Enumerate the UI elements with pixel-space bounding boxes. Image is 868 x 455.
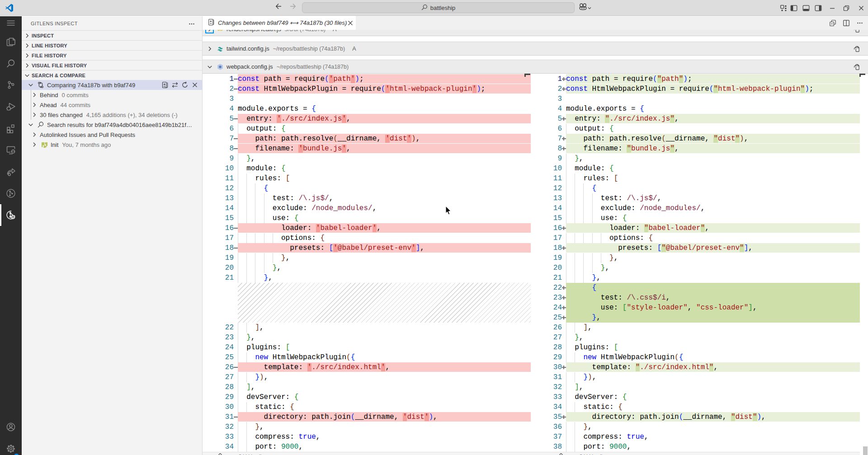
- line-number[interactable]: 34: [531, 402, 562, 412]
- command-center-search[interactable]: battleship: [302, 2, 575, 13]
- line-number[interactable]: 21: [531, 273, 562, 283]
- line-number[interactable]: 12: [531, 183, 562, 193]
- line-number[interactable]: 11: [531, 174, 562, 183]
- line-number[interactable]: 24: [203, 342, 234, 352]
- code-line[interactable]: },: [238, 273, 531, 283]
- line-number[interactable]: 5: [203, 114, 234, 124]
- line-number[interactable]: 12: [203, 183, 234, 193]
- line-number[interactable]: 34: [203, 442, 234, 452]
- code-line[interactable]: ],: [566, 323, 860, 333]
- line-number[interactable]: 3: [203, 94, 234, 104]
- toggle-secondary-sidebar-icon[interactable]: [812, 0, 825, 16]
- activity-live-share-icon[interactable]: [0, 161, 22, 183]
- nav-back-icon[interactable]: [275, 3, 285, 13]
- section-visual-file-history[interactable]: VISUAL FILE HISTORY: [22, 60, 202, 70]
- code-line[interactable]: rules: [: [238, 174, 531, 183]
- line-number[interactable]: 24: [531, 303, 562, 313]
- code-line[interactable]: compress: true,: [566, 432, 860, 442]
- code-line[interactable]: },: [566, 154, 860, 164]
- collapse-all-icon[interactable]: [828, 19, 837, 28]
- activity-gitlens-inspect-icon[interactable]: [0, 204, 22, 226]
- line-number[interactable]: 6: [203, 124, 234, 134]
- code-line[interactable]: },: [566, 333, 860, 342]
- code-line[interactable]: new HtmlWebpackPlugin({: [566, 352, 860, 362]
- line-number[interactable]: 28: [203, 382, 234, 392]
- activity-run-debug-icon[interactable]: [0, 96, 22, 117]
- line-number[interactable]: 3: [531, 94, 562, 104]
- code-line[interactable]: port: 9000,: [238, 442, 531, 452]
- line-number[interactable]: 9: [203, 154, 234, 164]
- code-line[interactable]: template: "./src/index.html",: [566, 362, 860, 372]
- code-line[interactable]: entry: './src/index.js',: [238, 114, 531, 124]
- line-number[interactable]: 9: [531, 154, 562, 164]
- code-line[interactable]: ],: [238, 323, 531, 333]
- line-number[interactable]: 4: [203, 104, 234, 114]
- line-number[interactable]: 10: [531, 164, 562, 174]
- code-line[interactable]: },: [238, 154, 531, 164]
- code-line[interactable]: module.exports = {: [566, 104, 860, 114]
- line-number[interactable]: 18: [203, 243, 234, 253]
- chevron-right-icon[interactable]: [206, 30, 213, 33]
- chevron-right-icon[interactable]: [206, 45, 213, 52]
- code-line[interactable]: },: [566, 313, 860, 323]
- code-line[interactable]: const HtmlWebpackPlugin = require('html-…: [238, 84, 531, 94]
- code-line[interactable]: filename: "bundle.js",: [566, 144, 860, 154]
- code-line[interactable]: loader: "babel-loader",: [566, 223, 860, 233]
- code-line[interactable]: const HtmlWebpackPlugin = require("html-…: [566, 84, 860, 94]
- line-number[interactable]: 30: [203, 402, 234, 412]
- copilot-menu[interactable]: [579, 2, 598, 13]
- toggle-primary-sidebar-icon[interactable]: [788, 0, 800, 16]
- line-number[interactable]: 25: [531, 313, 562, 323]
- tab-changes-between[interactable]: Changes between b9af749 ⟷ 74a187b (30 fi…: [203, 16, 356, 30]
- tree-item[interactable]: Autolinked Issues and Pull Requests: [22, 130, 202, 140]
- line-number[interactable]: 32: [203, 422, 234, 432]
- code-line[interactable]: {: [566, 183, 860, 193]
- code-line[interactable]: loader: 'babel-loader',: [238, 223, 531, 233]
- code-line[interactable]: },: [566, 253, 860, 263]
- code-line[interactable]: plugins: [: [238, 342, 531, 352]
- file-header-renderShipsHealth-js[interactable]: JSrenderShipsHealth.jssrc/ui (74a187b)A: [203, 30, 868, 36]
- line-number[interactable]: 35: [531, 412, 562, 422]
- code-line[interactable]: ],: [566, 382, 860, 392]
- tree-item[interactable]: Ahead44 commits: [22, 100, 202, 110]
- open-changes-icon[interactable]: [161, 81, 169, 89]
- activity-search-icon[interactable]: [0, 52, 22, 74]
- split-editor-icon[interactable]: [842, 19, 851, 28]
- line-number[interactable]: 31: [531, 372, 562, 382]
- line-number[interactable]: 36: [531, 422, 562, 432]
- line-number[interactable]: 22: [203, 323, 234, 333]
- code-line[interactable]: [566, 94, 860, 104]
- code-line[interactable]: {: [566, 283, 860, 293]
- line-number[interactable]: 32: [531, 382, 562, 392]
- code-line[interactable]: module.exports = {: [238, 104, 531, 114]
- activity-source-control-icon[interactable]: [0, 74, 22, 96]
- chevron-down-icon[interactable]: [206, 63, 213, 70]
- code-line[interactable]: directory: path.join(__dirname, "dist"),: [566, 412, 860, 422]
- minimize-icon[interactable]: [826, 0, 839, 16]
- code-line[interactable]: },: [238, 422, 531, 432]
- code-line[interactable]: module: {: [566, 164, 860, 174]
- line-number[interactable]: 20: [203, 263, 234, 273]
- code-line[interactable]: filename: 'bundle.js',: [238, 144, 531, 154]
- code-line[interactable]: }),: [566, 372, 860, 382]
- code-line[interactable]: },: [566, 263, 860, 273]
- section-line-history[interactable]: LINE HISTORY: [22, 40, 202, 50]
- code-line[interactable]: presets: ["@babel/preset-env"],: [566, 243, 860, 253]
- line-number[interactable]: 26: [531, 323, 562, 333]
- line-number[interactable]: 10: [203, 164, 234, 174]
- code-line[interactable]: devServer: {: [566, 392, 860, 402]
- scrollbar-slider[interactable]: [863, 446, 868, 455]
- refresh-icon[interactable]: [181, 81, 189, 89]
- toggle-panel-icon[interactable]: [800, 0, 812, 16]
- line-number[interactable]: 2: [531, 84, 562, 94]
- code-line[interactable]: plugins: [: [566, 342, 860, 352]
- line-number[interactable]: 8: [531, 144, 562, 154]
- code-line[interactable]: },: [238, 333, 531, 342]
- line-number[interactable]: 29: [531, 352, 562, 362]
- line-number[interactable]: 13: [531, 193, 562, 203]
- line-number[interactable]: 14: [203, 203, 234, 213]
- code-line[interactable]: module: {: [238, 164, 531, 174]
- line-number[interactable]: 31: [203, 412, 234, 422]
- section-inspect[interactable]: INSPECT: [22, 30, 202, 40]
- line-number[interactable]: 27: [531, 333, 562, 342]
